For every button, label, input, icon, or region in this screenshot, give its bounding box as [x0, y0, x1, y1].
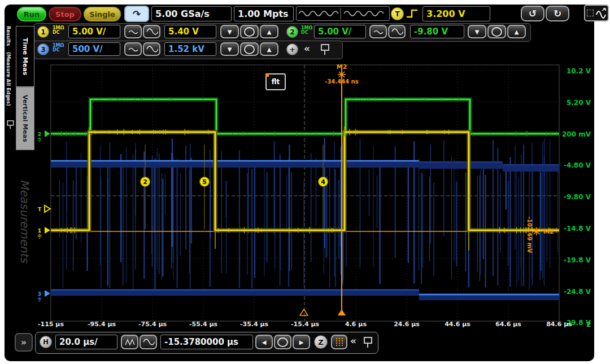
channel-2-offset-field[interactable]: -9.80 V: [410, 25, 464, 38]
tab-time-meas[interactable]: Time Meas: [16, 26, 34, 87]
delay-right-button[interactable]: ▶: [293, 335, 310, 349]
trigger-level-readout[interactable]: 3.200 V: [422, 6, 490, 21]
sample-rate-readout: 5.00 GSa/s: [151, 6, 232, 21]
channel-1-badge[interactable]: 1: [37, 26, 49, 38]
channel-2-scale-small-button[interactable]: [369, 25, 387, 38]
voltage-axis: 10.2 V5.20 V200 mV-4.80 V-9.80 V-14.8 V-…: [562, 0, 592, 364]
stop-button[interactable]: Stop: [49, 7, 81, 21]
acquisition-preview[interactable]: [296, 6, 390, 21]
svg-text:3: 3: [38, 291, 41, 297]
svg-text:2: 2: [143, 178, 147, 186]
chevron-left-icon: ◀: [262, 339, 267, 345]
timebase-field[interactable]: 20.0 µs/: [55, 335, 117, 349]
channel-2-scale-field[interactable]: 5.00 V/: [314, 25, 366, 38]
channel-3-scale-field[interactable]: 500 V/: [68, 42, 120, 56]
voltage-axis-label: -19.8 V: [564, 256, 591, 264]
oscilloscope-screen: { "top_bar": { "run": "Run", "stop": "St…: [0, 0, 610, 364]
chevron-up-icon: ▲: [267, 46, 272, 52]
svg-text:5: 5: [202, 178, 207, 186]
channel-1-offset-down-button[interactable]: ▼: [220, 25, 239, 38]
svg-text:2: 2: [38, 131, 41, 137]
pin-icon[interactable]: [321, 44, 329, 51]
replay-arrow-button[interactable]: ↷: [124, 6, 149, 22]
delay-field[interactable]: -15.3780000 µs: [160, 335, 253, 349]
time-axis-label: -55.4 µs: [189, 321, 217, 328]
timebase-zoom-out-button[interactable]: [140, 335, 157, 349]
channel-2-badge[interactable]: 2: [286, 26, 298, 38]
chevron-right-icon: ▶: [299, 339, 304, 345]
chevron-down-icon: ▼: [475, 29, 480, 35]
time-axis-label: 4.6 µs: [345, 321, 367, 328]
chevron-down-icon: ▼: [228, 29, 232, 35]
filter-badge: flt: [265, 73, 286, 90]
results-pin-icon[interactable]: [7, 120, 14, 126]
svg-text:T: T: [38, 207, 42, 212]
run-button[interactable]: Run: [17, 7, 46, 21]
channel-1-offset-up-button[interactable]: ▲: [260, 25, 278, 38]
chevron-up-icon: ▲: [267, 29, 272, 35]
axis-channel-ref: 2: [586, 321, 591, 328]
svg-text:M2: M2: [543, 228, 554, 235]
tab-vertical-meas[interactable]: Vertical Meas: [16, 87, 34, 150]
voltage-axis-label: -14.8 V: [564, 225, 591, 233]
channel-3-coupling: 1MΩDC: [53, 43, 64, 52]
voltage-axis-label: 10.2 V: [567, 67, 591, 75]
waveform-arrow-icon: [595, 7, 607, 19]
chevron-down-icon: ▼: [228, 46, 232, 52]
channel-2-scale-large-button[interactable]: [388, 25, 406, 38]
channel-1-scale-field[interactable]: 5.00 V/: [68, 25, 120, 38]
channel-1-offset-field[interactable]: 5.40 V: [164, 25, 216, 38]
trigger-source-badge[interactable]: T: [391, 7, 404, 20]
memory-depth-readout: 1.00 Mpts: [234, 6, 294, 21]
collapse-horizontal-bar-button[interactable]: «: [350, 335, 356, 347]
single-button[interactable]: Single: [84, 7, 121, 21]
channel-3-scale-large-button[interactable]: [143, 42, 160, 56]
delay-zero-button[interactable]: [274, 335, 291, 349]
channel-2-offset-zero-button[interactable]: [487, 25, 506, 38]
time-axis-label: -35.4 µs: [240, 321, 268, 328]
zoom-mode-button[interactable]: Z: [314, 335, 328, 349]
channel-1-coupling: 1MΩDC: [53, 26, 64, 35]
trigger-edge-icon[interactable]: [406, 7, 420, 22]
oval-icon: [244, 45, 255, 54]
channel-3-offset-down-button[interactable]: ▼: [220, 42, 239, 56]
waveform-plot[interactable]: M2-34.444 nsM2-102.69 mV2542T13: [35, 60, 560, 332]
channel-1-scale-large-button[interactable]: [143, 25, 160, 38]
channel-3-offset-zero-button[interactable]: [240, 42, 259, 56]
channel-1-scale-small-button[interactable]: [124, 25, 142, 38]
voltage-axis-label: 200 mV: [562, 130, 591, 138]
collapse-channel-bar-button[interactable]: «: [304, 43, 310, 54]
oval-icon: [277, 337, 288, 347]
timebase-zoom-in-button[interactable]: [121, 335, 138, 349]
channel-3-scale-small-button[interactable]: [124, 42, 142, 56]
curved-arrow-icon: ↷: [133, 8, 141, 20]
results-tab[interactable]: Results (Measure All Edges): [6, 26, 11, 116]
channel-3-offset-field[interactable]: 1.52 kV: [164, 42, 216, 56]
time-axis-label: 64.6 µs: [495, 321, 521, 328]
svg-text:1: 1: [38, 228, 41, 234]
voltage-axis-label: -24.8 V: [564, 288, 591, 296]
time-axis-label: 24.6 µs: [394, 321, 420, 328]
channel-3-badge[interactable]: 3: [37, 43, 49, 55]
undo-button[interactable]: ↺: [521, 6, 544, 21]
channel-3-offset-up-button[interactable]: ▲: [260, 42, 278, 56]
svg-text:-102.69 mV: -102.69 mV: [526, 217, 533, 253]
chevron-up-icon: ▲: [515, 29, 519, 35]
svg-text:-34.444 ns: -34.444 ns: [325, 78, 358, 85]
delay-left-button[interactable]: ◀: [255, 335, 273, 349]
channel-1-offset-zero-button[interactable]: [240, 25, 259, 38]
channel-2-offset-down-button[interactable]: ▼: [468, 25, 486, 38]
results-label: Results: [6, 26, 11, 46]
svg-text:4: 4: [321, 178, 325, 186]
horizontal-pin-icon[interactable]: [364, 337, 372, 344]
channel-2-offset-up-button[interactable]: ▲: [507, 25, 526, 38]
dotted-lines-icon: [334, 337, 345, 347]
search-markers-button[interactable]: [331, 335, 347, 349]
expand-sidebar-button[interactable]: »: [15, 333, 33, 352]
voltage-axis-label: -4.80 V: [564, 161, 591, 169]
time-axis: -115 µs-95.4 µs-75.4 µs-55.4 µs-35.4 µs-…: [35, 321, 560, 330]
horizontal-badge[interactable]: H: [40, 336, 52, 348]
add-channel-button[interactable]: +: [286, 43, 298, 55]
time-axis-label: 44.6 µs: [445, 321, 470, 328]
measurements-watermark: Measurements: [18, 179, 32, 309]
